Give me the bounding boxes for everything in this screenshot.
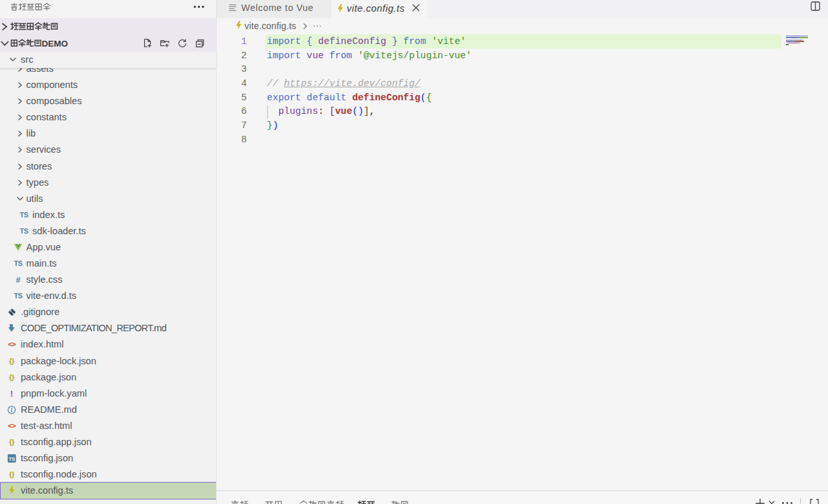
svg-text:!: ! xyxy=(10,388,13,398)
svg-text:{}: {} xyxy=(9,470,15,478)
svg-text:#: # xyxy=(16,276,21,285)
svg-text:<>: <> xyxy=(8,340,16,348)
svg-text:<>: <> xyxy=(8,422,16,430)
svg-text:TS: TS xyxy=(19,227,28,235)
svg-text:{}: {} xyxy=(9,357,15,365)
svg-text:TS: TS xyxy=(8,456,16,462)
svg-text:TS: TS xyxy=(19,211,28,219)
svg-text:{}: {} xyxy=(9,373,15,381)
svg-text:{}: {} xyxy=(9,438,15,446)
svg-text:TS: TS xyxy=(14,259,23,267)
svg-text:TS: TS xyxy=(14,292,23,300)
